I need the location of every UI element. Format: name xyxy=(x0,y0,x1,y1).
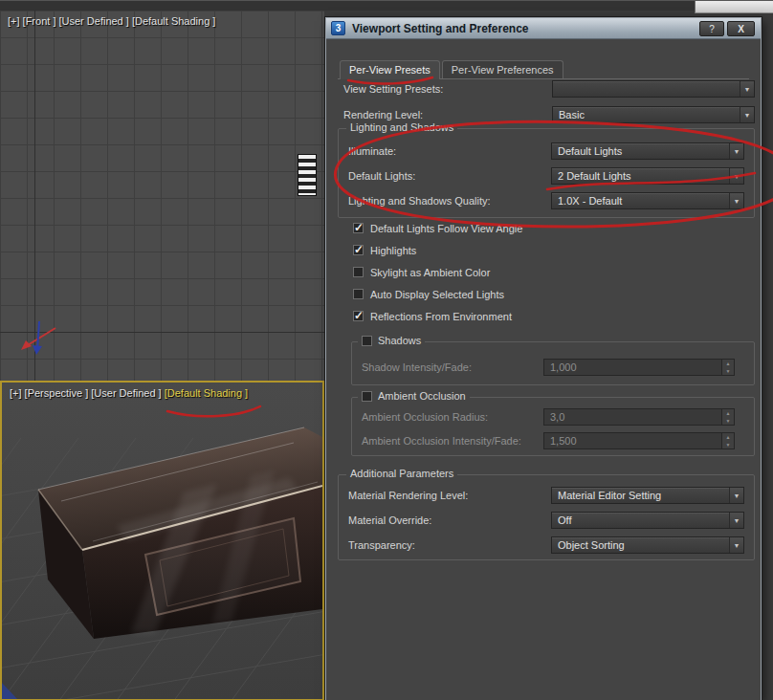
max-logo-icon: 3 xyxy=(331,21,345,35)
illuminate-label: Illuminate: xyxy=(348,145,396,157)
ao-radius-row: Ambient Occlusion Radius: 3,0 ▲▼ xyxy=(362,408,744,426)
illuminate-dropdown[interactable]: Default Lights ▼ xyxy=(551,142,744,160)
material-rendering-level-label: Material Rendering Level: xyxy=(348,490,468,501)
viewport-perspective[interactable]: [+] [Perspective ] [User Defined ] [Defa… xyxy=(0,381,324,700)
help-button[interactable]: ? xyxy=(699,21,724,36)
shadows-group-header: Shadows xyxy=(358,335,425,346)
dialog-titlebar[interactable]: 3 Viewport Setting and Preference ? X xyxy=(326,18,761,39)
transparency-label: Transparency: xyxy=(348,539,415,551)
close-button[interactable]: X xyxy=(727,21,755,36)
shadows-group: Shadows Shadow Intensity/Fade: 1,000 ▲▼ xyxy=(351,341,755,385)
viewport-front-label[interactable]: [+] [Front ] [User Defined ] [Default Sh… xyxy=(8,15,215,27)
rendering-level-label: Rendering Level: xyxy=(343,109,423,120)
lighting-quality-dropdown[interactable]: 1.0X - Default ▼ xyxy=(551,192,744,209)
transparency-row: Transparency: Object Sorting ▼ xyxy=(348,536,744,554)
auto-display-lights-checkbox[interactable] xyxy=(353,289,364,299)
ao-radius-spinner[interactable]: 3,0 ▲▼ xyxy=(543,408,735,426)
spinner-arrows-icon[interactable]: ▲▼ xyxy=(721,409,734,425)
ao-intensity-spinner[interactable]: 1,500 ▲▼ xyxy=(543,432,735,449)
shadow-intensity-label: Shadow Intensity/Fade: xyxy=(362,361,472,373)
toolbar-fragment xyxy=(695,1,773,13)
viewport-settings-dialog: 3 Viewport Setting and Preference ? X Pe… xyxy=(325,17,762,700)
lighting-quality-label: Lighting and Shadows Quality: xyxy=(348,195,491,207)
material-override-row: Material Override: Off ▼ xyxy=(348,512,744,529)
chevron-down-icon: ▼ xyxy=(729,193,743,208)
tab-per-view-preferences[interactable]: Per-View Preferences xyxy=(442,60,563,78)
chevron-down-icon: ▼ xyxy=(729,537,743,553)
view-setting-presets-row: View Setting Presets: ▼ xyxy=(343,80,755,98)
viewport-perspective-label-prefix: [+] [Perspective ] [User Defined ] xyxy=(10,387,165,399)
default-lights-label: Default Lights: xyxy=(348,170,415,182)
transparency-dropdown[interactable]: Object Sorting ▼ xyxy=(551,536,744,554)
checkbox-label: Skylight as Ambient Color xyxy=(370,267,490,278)
chevron-down-icon: ▼ xyxy=(729,168,743,184)
tab-bar: Per-View Presets Per-View Preferences xyxy=(338,60,749,79)
ambient-occlusion-group-header: Ambient Occlusion xyxy=(358,390,470,402)
ambient-occlusion-group: Ambient Occlusion Ambient Occlusion Radi… xyxy=(351,397,755,456)
option-reflections-environment: Reflections From Environment xyxy=(353,310,512,322)
ao-intensity-label: Ambient Occlusion Intensity/Fade: xyxy=(362,435,521,447)
ambient-occlusion-checkbox[interactable] xyxy=(362,391,372,402)
view-setting-presets-dropdown[interactable]: ▼ xyxy=(552,80,755,98)
view-setting-presets-label: View Setting Presets: xyxy=(343,83,443,95)
checkbox-label: Auto Display Selected Lights xyxy=(370,289,504,300)
dialog-title: Viewport Setting and Preference xyxy=(352,22,529,35)
spinner-arrows-icon[interactable]: ▲▼ xyxy=(721,360,734,375)
chevron-down-icon: ▼ xyxy=(740,81,754,97)
option-default-lights-follow: Default Lights Follow View Angle xyxy=(353,222,522,234)
lighting-shadows-group: Lighting and Shadows Illuminate: Default… xyxy=(338,128,755,218)
perspective-scene xyxy=(2,383,322,699)
shadow-intensity-row: Shadow Intensity/Fade: 1,000 ▲▼ xyxy=(362,359,744,376)
rendering-level-dropdown[interactable]: Basic ▼ xyxy=(552,106,755,123)
top-strip xyxy=(0,1,773,11)
checkbox-label: Default Lights Follow View Angle xyxy=(370,223,522,234)
chevron-down-icon: ▼ xyxy=(729,143,743,159)
default-lights-follow-checkbox[interactable] xyxy=(353,223,364,233)
material-rendering-level-dropdown[interactable]: Material Editor Setting ▼ xyxy=(551,487,744,504)
checkbox-label: Highlights xyxy=(370,245,416,256)
viewport-perspective-label[interactable]: [+] [Perspective ] [User Defined ] [Defa… xyxy=(10,387,248,399)
material-override-dropdown[interactable]: Off ▼ xyxy=(551,512,744,529)
checkbox-label: Reflections From Environment xyxy=(370,311,512,322)
material-rendering-level-row: Material Rendering Level: Material Edito… xyxy=(348,487,744,504)
viewport-perspective-shading-label: [Default Shading ] xyxy=(165,387,248,399)
highlights-checkbox[interactable] xyxy=(353,245,364,255)
viewport-front[interactable]: [+] [Front ] [User Defined ] [Default Sh… xyxy=(0,11,324,381)
chevron-down-icon: ▼ xyxy=(729,513,743,528)
shadow-intensity-spinner[interactable]: 1,000 ▲▼ xyxy=(543,359,735,376)
additional-parameters-group: Additional Parameters Material Rendering… xyxy=(338,474,755,560)
reflections-environment-checkbox[interactable] xyxy=(353,311,364,321)
shadows-group-title: Shadows xyxy=(378,335,421,346)
lighting-shadows-group-title: Lighting and Shadows xyxy=(346,121,457,133)
striped-panel-icon xyxy=(298,154,317,196)
illuminate-row: Illuminate: Default Lights ▼ xyxy=(348,142,744,160)
material-override-label: Material Override: xyxy=(348,514,431,526)
ao-intensity-row: Ambient Occlusion Intensity/Fade: 1,500 … xyxy=(362,432,744,449)
chevron-down-icon: ▼ xyxy=(740,107,754,122)
skylight-ambient-checkbox[interactable] xyxy=(353,267,364,277)
axis-tripod-icon xyxy=(13,315,63,359)
option-auto-display-lights: Auto Display Selected Lights xyxy=(353,288,504,300)
shadows-checkbox[interactable] xyxy=(362,336,372,346)
default-lights-row: Default Lights: 2 Default Lights ▼ xyxy=(348,167,744,185)
spinner-arrows-icon[interactable]: ▲▼ xyxy=(721,433,734,448)
tab-per-view-presets[interactable]: Per-View Presets xyxy=(340,60,440,79)
option-skylight-ambient: Skylight as Ambient Color xyxy=(353,266,490,278)
application-window: [+] [Front ] [User Defined ] [Default Sh… xyxy=(0,0,773,700)
default-lights-dropdown[interactable]: 2 Default Lights ▼ xyxy=(551,167,744,185)
additional-parameters-group-title: Additional Parameters xyxy=(346,468,457,479)
option-highlights: Highlights xyxy=(353,244,416,256)
ao-radius-label: Ambient Occlusion Radius: xyxy=(362,411,488,423)
lighting-quality-row: Lighting and Shadows Quality: 1.0X - Def… xyxy=(348,192,744,209)
ambient-occlusion-group-title: Ambient Occlusion xyxy=(378,390,466,402)
chevron-down-icon: ▼ xyxy=(729,488,743,503)
